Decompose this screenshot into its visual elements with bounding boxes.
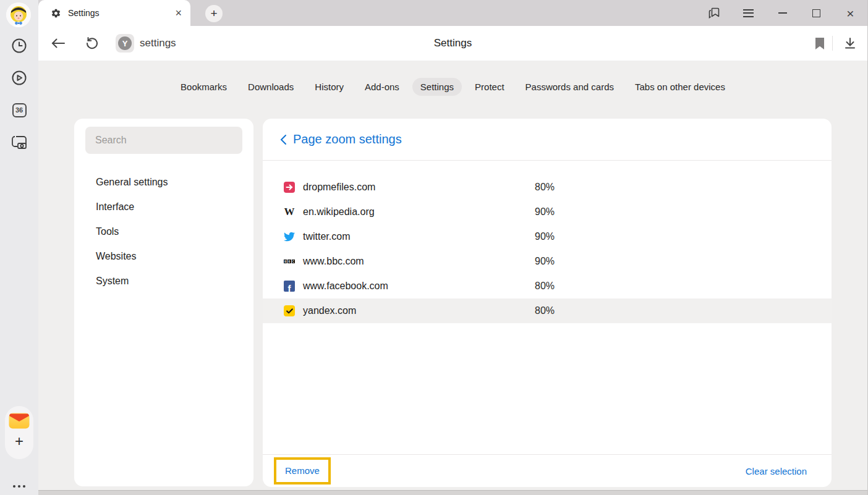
site-domain: www.facebook.com <box>303 281 388 292</box>
site-row[interactable]: yandex.com80% <box>263 298 832 323</box>
browser-window: 36 + <box>0 0 868 495</box>
settings-page: BookmarksDownloadsHistoryAdd-onsSettings… <box>38 61 867 490</box>
remove-button[interactable]: Remove <box>285 465 320 476</box>
dropmefiles-favicon <box>284 182 295 193</box>
close-window-button[interactable]: × <box>833 0 867 26</box>
zoom-site-list: dropmefiles.com80%Wen.wikipedia.org90%tw… <box>263 161 832 323</box>
site-domain: www.bbc.com <box>303 256 364 267</box>
site-domain: dropmefiles.com <box>303 182 375 193</box>
list-empty-space <box>263 323 832 454</box>
browser-menu-icon[interactable] <box>731 0 765 26</box>
menu-item-tools[interactable]: Tools <box>74 219 253 244</box>
tab-title: Settings <box>68 8 175 18</box>
add-app-button[interactable]: + <box>15 435 23 447</box>
browser-tab-settings[interactable]: Settings × <box>38 0 190 26</box>
site-domain: yandex.com <box>303 305 356 316</box>
site-zoom-value: 90% <box>535 256 555 267</box>
site-row[interactable]: fwww.facebook.com80% <box>263 274 832 298</box>
nav-tab-bookmarks[interactable]: Bookmarks <box>172 78 235 96</box>
refresh-icon[interactable] <box>82 36 102 50</box>
zoom-panel-header: Page zoom settings <box>263 119 832 161</box>
site-zoom-value: 80% <box>535 182 555 193</box>
selected-checkbox-icon <box>284 305 295 316</box>
site-zoom-value: 90% <box>535 231 555 242</box>
search-input[interactable] <box>85 127 242 154</box>
history-icon[interactable] <box>11 37 28 54</box>
address-bar-url[interactable]: settings <box>140 37 176 49</box>
twitter-favicon <box>284 231 295 242</box>
side-panels-icon[interactable] <box>697 0 731 26</box>
site-domain: twitter.com <box>303 231 350 242</box>
page-zoom-panel: Page zoom settings dropmefiles.com80%Wen… <box>263 119 832 487</box>
site-row[interactable]: dropmefiles.com80% <box>263 175 832 200</box>
wikipedia-favicon: W <box>284 206 295 218</box>
nav-tab-downloads[interactable]: Downloads <box>240 78 302 96</box>
site-row[interactable]: BBCwww.bbc.com90% <box>263 249 832 274</box>
back-chevron-icon[interactable] <box>275 132 291 148</box>
site-zoom-value: 80% <box>535 305 555 316</box>
nav-tab-passwords-and-cards[interactable]: Passwords and cards <box>517 78 622 96</box>
window-bottom-edge <box>38 490 867 495</box>
new-tab-button[interactable]: + <box>205 5 223 22</box>
menu-item-system[interactable]: System <box>74 269 253 294</box>
gear-icon <box>51 8 61 19</box>
tab-close-icon[interactable]: × <box>175 7 182 19</box>
app-sidebar: 36 + <box>0 0 38 495</box>
tab-count-label: 36 <box>12 103 27 117</box>
facebook-favicon: f <box>284 281 295 292</box>
nav-tab-settings[interactable]: Settings <box>412 78 462 96</box>
window-controls: × <box>697 0 867 26</box>
site-zoom-value: 80% <box>535 281 555 292</box>
profile-avatar[interactable] <box>6 2 31 27</box>
settings-menu-panel: General settingsInterfaceToolsWebsitesSy… <box>74 119 253 486</box>
bookmark-icon[interactable] <box>807 38 832 49</box>
menu-item-general-settings[interactable]: General settings <box>74 170 253 195</box>
menu-item-websites[interactable]: Websites <box>74 244 253 269</box>
zoom-panel-title[interactable]: Page zoom settings <box>293 132 402 146</box>
nav-tab-history[interactable]: History <box>307 78 352 96</box>
yandex-mail-icon[interactable] <box>9 413 30 429</box>
bbc-favicon: BBC <box>284 256 295 267</box>
zoom-panel-footer: Remove Clear selection <box>263 454 832 487</box>
clear-selection-button[interactable]: Clear selection <box>746 466 807 476</box>
search-box <box>85 127 242 154</box>
nav-tab-add-ons[interactable]: Add-ons <box>357 78 407 96</box>
play-video-icon[interactable] <box>11 69 28 87</box>
site-domain: en.wikipedia.org <box>303 206 375 218</box>
nav-tab-protect[interactable]: Protect <box>467 78 513 96</box>
site-row[interactable]: Wen.wikipedia.org90% <box>263 200 832 224</box>
menu-item-interface[interactable]: Interface <box>74 195 253 219</box>
sidebar-more-icon[interactable] <box>0 485 38 488</box>
nav-tab-tabs-on-other-devices[interactable]: Tabs on other devices <box>627 78 733 96</box>
tab-bar: Settings × + × <box>38 0 867 26</box>
minimize-button[interactable] <box>765 0 799 26</box>
settings-nav: BookmarksDownloadsHistoryAdd-onsSettings… <box>38 78 867 96</box>
sidebar-apps-pill: + <box>5 406 33 459</box>
download-icon[interactable] <box>833 37 867 49</box>
site-badge-icon[interactable]: Y <box>116 34 134 53</box>
navigation-toolbar: Y settings Settings <box>38 26 867 61</box>
screenshot-icon[interactable] <box>11 133 28 151</box>
maximize-button[interactable] <box>799 0 833 26</box>
avatar-girl-icon <box>6 2 31 27</box>
site-zoom-value: 90% <box>535 206 555 218</box>
annotation-highlight: Remove <box>274 457 331 484</box>
tab-count-badge[interactable]: 36 <box>11 101 28 119</box>
settings-menu-list: General settingsInterfaceToolsWebsitesSy… <box>74 170 253 294</box>
site-row[interactable]: twitter.com90% <box>263 224 832 249</box>
back-icon[interactable] <box>48 38 68 49</box>
